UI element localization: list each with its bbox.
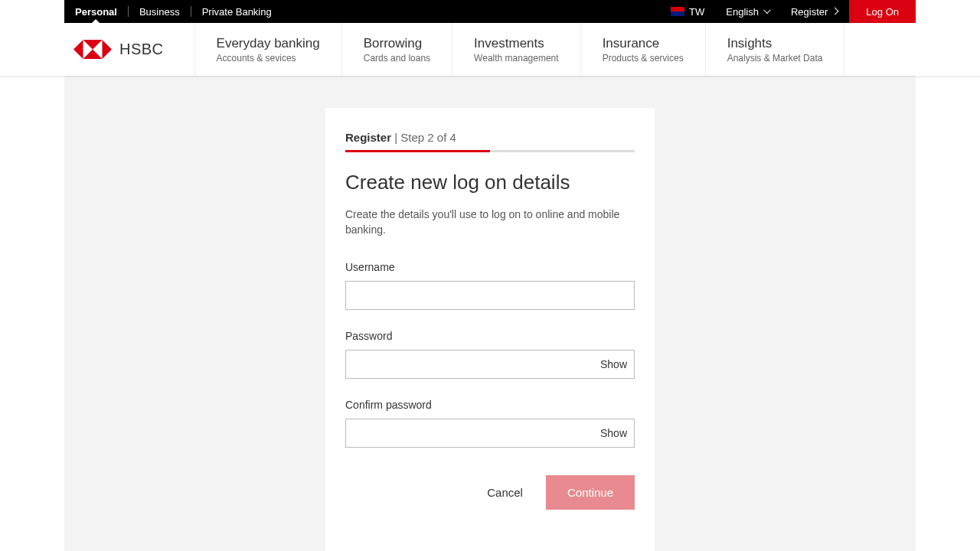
locale-code: TW (689, 6, 704, 18)
svg-marker-2 (103, 40, 113, 59)
username-input[interactable] (345, 281, 635, 310)
page-title: Create new log on details (345, 171, 635, 194)
nav-sub: Cards and loans (364, 53, 430, 64)
brand-logo[interactable]: HSBC (64, 40, 194, 59)
progress-bar (345, 150, 635, 152)
top-right: TW English Register Log On (660, 0, 916, 23)
nav-insurance[interactable]: Insurance Products & services (580, 23, 705, 76)
hsbc-hexagon-icon (74, 40, 112, 59)
segment-private-banking[interactable]: Private Banking (191, 0, 283, 23)
step-counter: Step 2 of 4 (400, 131, 456, 144)
logon-button[interactable]: Log On (849, 0, 916, 23)
nav-title: Insurance (603, 36, 684, 51)
username-label: Username (345, 261, 635, 273)
nav-sub: Products & services (603, 53, 684, 64)
locale-selector[interactable]: TW (660, 0, 715, 23)
language-selector[interactable]: English (715, 0, 780, 23)
nav-title: Investments (474, 36, 559, 51)
nav-sub: Analysis & Market Data (727, 53, 823, 64)
nav-title: Borrowing (364, 36, 430, 51)
show-confirm-password-button[interactable]: Show (600, 419, 627, 448)
chevron-down-icon (763, 8, 769, 15)
step-title: Register (345, 131, 391, 144)
main-nav: HSBC Everyday banking Accounts & sevices… (64, 23, 916, 77)
nav-everyday-banking[interactable]: Everyday banking Accounts & sevices (194, 23, 341, 76)
progress-fill (345, 150, 490, 152)
nav-title: Everyday banking (217, 36, 320, 51)
content-area: Register | Step 2 of 4 Create new log on… (64, 77, 916, 551)
segment-links: Personal Business Private Banking (64, 0, 283, 23)
segment-personal[interactable]: Personal (64, 0, 128, 23)
nav-insights[interactable]: Insights Analysis & Market Data (705, 23, 845, 76)
show-password-button[interactable]: Show (600, 350, 627, 379)
brand-name: HSBC (119, 41, 164, 58)
top-bar: Personal Business Private Banking TW Eng… (64, 0, 916, 23)
language-label: English (726, 6, 759, 18)
confirm-password-label: Confirm password (345, 399, 635, 411)
cancel-button[interactable]: Cancel (487, 486, 523, 499)
svg-marker-1 (74, 40, 83, 59)
register-form-card: Register | Step 2 of 4 Create new log on… (325, 108, 655, 551)
nav-borrowing[interactable]: Borrowing Cards and loans (341, 23, 452, 76)
segment-business[interactable]: Business (129, 0, 191, 23)
nav-title: Insights (727, 36, 823, 51)
register-link[interactable]: Register (780, 0, 849, 23)
step-header: Register | Step 2 of 4 (345, 131, 635, 144)
page-description: Create the details you'll use to log on … (345, 207, 635, 238)
confirm-password-input[interactable] (345, 419, 635, 448)
password-input[interactable] (345, 350, 635, 379)
nav-sub: Accounts & sevices (217, 53, 320, 64)
nav-sub: Wealth management (474, 53, 559, 64)
register-label: Register (791, 6, 828, 18)
step-separator: | (391, 131, 400, 144)
chevron-right-icon (832, 8, 838, 15)
continue-button[interactable]: Continue (546, 475, 635, 510)
password-label: Password (345, 330, 635, 342)
flag-icon (671, 7, 684, 16)
nav-investments[interactable]: Investments Wealth management (452, 23, 580, 76)
